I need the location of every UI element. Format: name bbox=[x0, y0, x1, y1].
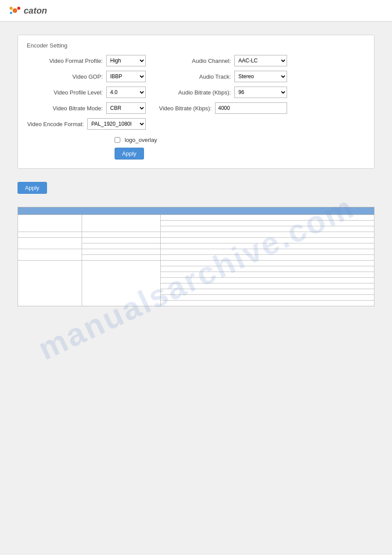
video-encode-format-select[interactable]: PAL_1920_1080I PAL_1280_720P NTSC_1920_1… bbox=[87, 118, 146, 130]
table-cell bbox=[18, 238, 82, 249]
table-cell bbox=[160, 266, 374, 272]
table-cell bbox=[18, 232, 82, 238]
video-bitrate-mode-control: CBR VBR bbox=[106, 102, 146, 114]
encoder-setting-box: Encoder Setting Video Format Profile: Hi… bbox=[18, 35, 374, 169]
video-bitrate-kbps-input[interactable]: 4000 bbox=[215, 102, 287, 114]
table-cell bbox=[160, 243, 374, 249]
video-bitrate-kbps-control: 4000 bbox=[215, 102, 287, 114]
audio-bitrate-control: 96 128 192 64 bbox=[234, 87, 287, 98]
table-cell bbox=[160, 289, 374, 295]
video-format-profile-label: Video Format Profile: bbox=[46, 58, 103, 64]
audio-bitrate-label: Audio Bitrate (Kbps): bbox=[174, 89, 231, 96]
video-bitrate-mode-row: Video Bitrate Mode: CBR VBR bbox=[27, 102, 146, 114]
outer-apply-row: Apply bbox=[18, 182, 374, 194]
logo: caton bbox=[9, 4, 47, 17]
video-profile-level-row: Video Profile Level: 4.0 3.1 3.0 bbox=[27, 87, 146, 98]
table-cell bbox=[160, 238, 374, 243]
video-bitrate-kbps-label: Video Bitrate (Kbps): bbox=[155, 105, 212, 112]
logo-overlay-label: logo_overlay bbox=[125, 137, 157, 143]
table-cell bbox=[160, 232, 374, 238]
table-cell bbox=[18, 261, 82, 306]
audio-bitrate-select[interactable]: 96 128 192 64 bbox=[234, 87, 287, 98]
table-row bbox=[18, 215, 374, 221]
video-gop-row: Video GOP: IBBP IBP IP bbox=[27, 71, 146, 82]
left-column: Video Format Profile: High Main Baseline… bbox=[27, 55, 146, 132]
table-row bbox=[18, 249, 374, 255]
outer-apply-button[interactable]: Apply bbox=[18, 182, 47, 194]
video-profile-level-select[interactable]: 4.0 3.1 3.0 bbox=[106, 87, 146, 98]
logo-overlay-row: logo_overlay bbox=[27, 137, 365, 143]
encoder-setting-title: Encoder Setting bbox=[27, 42, 365, 49]
logo-icon bbox=[9, 4, 21, 17]
video-profile-level-control: 4.0 3.1 3.0 bbox=[106, 87, 146, 98]
table-cell bbox=[18, 215, 82, 232]
svg-point-3 bbox=[10, 12, 12, 14]
video-encode-format-label: Video Encode Format: bbox=[27, 121, 84, 127]
header: caton bbox=[0, 0, 392, 22]
data-table bbox=[18, 207, 374, 306]
audio-channel-label: Audio Channel: bbox=[174, 58, 231, 64]
table-cell bbox=[160, 272, 374, 278]
table-row bbox=[18, 261, 374, 266]
table-cell bbox=[160, 255, 374, 261]
video-bitrate-kbps-row: Video Bitrate (Kbps): 4000 bbox=[155, 102, 287, 114]
table-cell bbox=[82, 255, 161, 261]
video-bitrate-mode-select[interactable]: CBR VBR bbox=[106, 102, 146, 114]
encoder-apply-button[interactable]: Apply bbox=[115, 148, 144, 160]
audio-channel-control: AAC-LC AAC MP3 bbox=[234, 55, 287, 66]
table-cell bbox=[160, 295, 374, 301]
audio-track-row: Audio Track: Stereo Mono bbox=[155, 71, 287, 82]
table-cell bbox=[160, 221, 374, 226]
table-cell bbox=[160, 226, 374, 232]
audio-track-control: Stereo Mono bbox=[234, 71, 287, 82]
logo-overlay-checkbox[interactable] bbox=[115, 137, 120, 143]
table-cell bbox=[82, 232, 161, 238]
svg-point-2 bbox=[17, 7, 20, 10]
svg-point-0 bbox=[13, 8, 18, 13]
table-cell bbox=[160, 249, 374, 255]
audio-track-label: Audio Track: bbox=[174, 73, 231, 80]
audio-channel-row: Audio Channel: AAC-LC AAC MP3 bbox=[155, 55, 287, 66]
table-cell bbox=[82, 243, 161, 249]
logo-text: caton bbox=[24, 6, 47, 16]
main-content: Encoder Setting Video Format Profile: Hi… bbox=[0, 22, 392, 319]
table-cell bbox=[82, 249, 161, 255]
table-cell bbox=[160, 215, 374, 221]
table-row bbox=[18, 232, 374, 238]
table-cell bbox=[82, 238, 161, 243]
video-encode-format-control: PAL_1920_1080I PAL_1280_720P NTSC_1920_1… bbox=[87, 118, 146, 130]
right-column: Audio Channel: AAC-LC AAC MP3 Audio Trac… bbox=[155, 55, 287, 132]
table-cell bbox=[160, 301, 374, 306]
table-cell bbox=[18, 249, 82, 261]
table-row bbox=[18, 238, 374, 243]
table-cell bbox=[160, 278, 374, 283]
audio-track-select[interactable]: Stereo Mono bbox=[234, 71, 287, 82]
table-cell bbox=[82, 261, 161, 306]
video-bitrate-mode-label: Video Bitrate Mode: bbox=[46, 105, 103, 112]
video-format-profile-control: High Main Baseline bbox=[106, 55, 146, 66]
svg-point-1 bbox=[10, 7, 13, 10]
video-format-profile-select[interactable]: High Main Baseline bbox=[106, 55, 146, 66]
table-cell bbox=[160, 283, 374, 289]
video-gop-label: Video GOP: bbox=[46, 73, 103, 80]
table-section bbox=[18, 207, 374, 306]
video-profile-level-label: Video Profile Level: bbox=[46, 89, 103, 96]
table-cell bbox=[82, 215, 161, 232]
table-cell bbox=[160, 261, 374, 266]
audio-channel-select[interactable]: AAC-LC AAC MP3 bbox=[234, 55, 287, 66]
video-format-profile-row: Video Format Profile: High Main Baseline bbox=[27, 55, 146, 66]
table-header bbox=[18, 207, 374, 215]
encoder-apply-row: Apply bbox=[27, 148, 365, 160]
video-gop-select[interactable]: IBBP IBP IP bbox=[106, 71, 146, 82]
video-gop-control: IBBP IBP IP bbox=[106, 71, 146, 82]
video-encode-format-row: Video Encode Format: PAL_1920_1080I PAL_… bbox=[27, 118, 146, 130]
audio-bitrate-row: Audio Bitrate (Kbps): 96 128 192 64 bbox=[155, 87, 287, 98]
